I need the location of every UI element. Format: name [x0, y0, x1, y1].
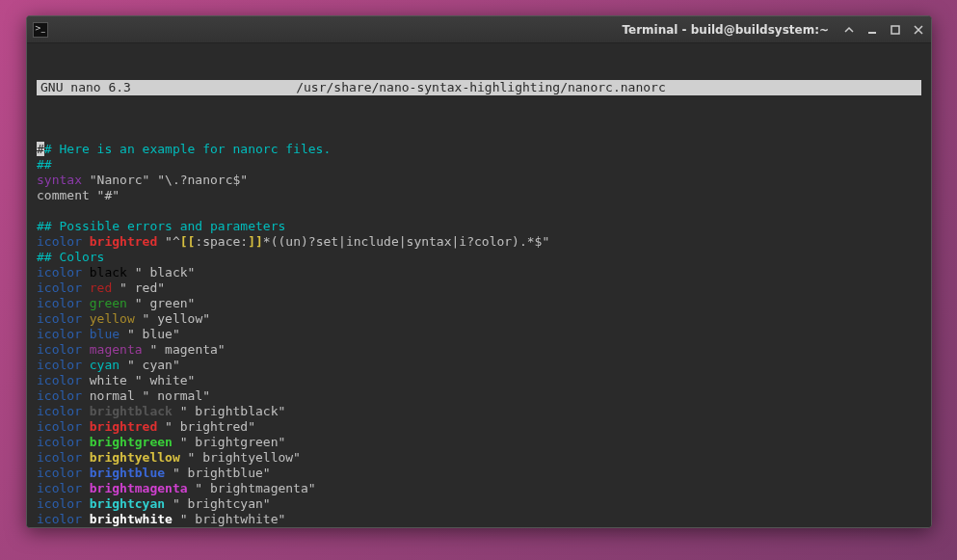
editor-line: syntax "Nanorc" "\.?nanorc$" — [37, 173, 921, 188]
dropdown-icon[interactable] — [842, 23, 856, 37]
minimize-button[interactable] — [865, 23, 879, 37]
svg-rect-1 — [891, 26, 899, 34]
svg-rect-0 — [868, 32, 876, 34]
editor-line: ## Here is an example for nanorc files. — [37, 142, 921, 157]
editor-line: icolor red " red" — [37, 280, 921, 296]
editor-line: icolor blue " blue" — [37, 327, 921, 342]
editor-line: icolor brightcyan " brightcyan" — [37, 496, 921, 512]
editor-line: icolor brightblue " brightblue" — [37, 466, 921, 481]
editor-line: icolor brightmagenta " brightmagenta" — [37, 481, 921, 496]
window-controls — [842, 23, 925, 37]
editor-content[interactable]: ## Here is an example for nanorc files.#… — [37, 142, 921, 527]
editor-line: icolor brightgreen " brightgreen" — [37, 435, 921, 450]
window-title: Terminal - build@buildsystem:~ — [622, 23, 829, 37]
editor-line: icolor magenta " magenta" — [37, 342, 921, 358]
editor-line: icolor brightblack " brightblack" — [37, 404, 921, 419]
editor-line: ## — [37, 157, 921, 173]
editor-line: comment "#" — [37, 188, 921, 203]
editor-line: icolor brightred " brightred" — [37, 419, 921, 435]
terminal-viewport[interactable]: GNU nano 6.3 /usr/share/nano-syntax-high… — [27, 43, 931, 527]
terminal-app-icon: >_ — [33, 22, 48, 38]
editor-line: icolor normal " normal" — [37, 388, 921, 404]
editor-line: icolor green " green" — [37, 296, 921, 311]
editor-line: icolor brightwhite " brightwhite" — [37, 512, 921, 527]
titlebar[interactable]: >_ Terminal - build@buildsystem:~ — [27, 16, 931, 43]
editor-line: icolor black " black" — [37, 265, 921, 280]
editor-line: icolor brightred "^[[:space:]]*((un)?set… — [37, 234, 921, 250]
editor-line: icolor brightyellow " brightyellow" — [37, 450, 921, 466]
nano-version: GNU nano 6.3 — [40, 80, 131, 95]
nano-filepath: /usr/share/nano-syntax-highlighting/nano… — [131, 80, 831, 95]
maximize-button[interactable] — [889, 23, 902, 37]
close-button[interactable] — [912, 23, 925, 37]
editor-line: icolor cyan " cyan" — [37, 358, 921, 373]
editor-line: ## Possible errors and parameters — [37, 219, 921, 234]
nano-header: GNU nano 6.3 /usr/share/nano-syntax-high… — [37, 80, 921, 95]
terminal-window: >_ Terminal - build@buildsystem:~ GNU na… — [26, 15, 932, 528]
editor-line — [37, 203, 921, 219]
editor-line: icolor yellow " yellow" — [37, 311, 921, 327]
editor-line: ## Colors — [37, 250, 921, 265]
editor-line: icolor white " white" — [37, 373, 921, 388]
